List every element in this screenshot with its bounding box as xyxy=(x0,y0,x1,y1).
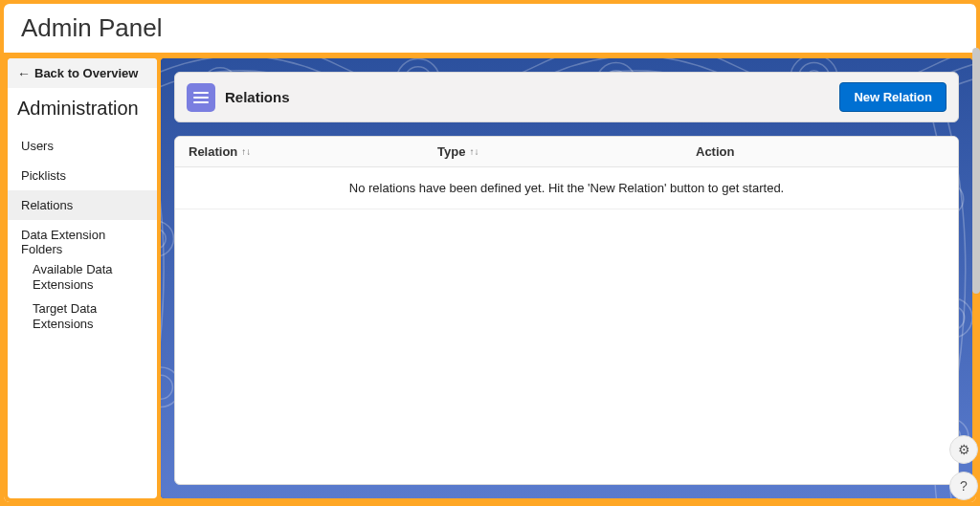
list-icon xyxy=(187,83,215,112)
column-header-type-label: Type xyxy=(437,144,465,159)
panel-header: Relations New Relation xyxy=(174,72,959,122)
sidebar-item-picklists[interactable]: Picklists xyxy=(8,161,157,190)
column-header-relation-label: Relation xyxy=(189,144,237,159)
panel-title: Relations xyxy=(225,89,830,105)
sidebar-item-relations[interactable]: Relations xyxy=(8,190,157,220)
column-header-type[interactable]: Type ↑↓ xyxy=(424,137,682,166)
sidebar-group-data-extension-folders: Data Extension Folders xyxy=(8,220,157,258)
gear-icon: ⚙ xyxy=(958,442,970,457)
sidebar-section-title: Administration xyxy=(8,88,157,131)
floating-actions: ⚙ ? xyxy=(949,435,978,500)
scrollbar-thumb[interactable] xyxy=(972,48,980,294)
arrow-left-icon: ← xyxy=(17,67,31,80)
new-relation-button[interactable]: New Relation xyxy=(839,82,947,112)
app-header: Admin Panel xyxy=(4,4,976,55)
settings-button[interactable]: ⚙ xyxy=(949,435,978,464)
sidebar: ← Back to Overview Administration Users … xyxy=(8,58,157,498)
page-title: Admin Panel xyxy=(21,13,959,43)
sort-icon: ↑↓ xyxy=(241,146,251,157)
page-scrollbar[interactable] xyxy=(972,48,980,458)
column-header-action: Action xyxy=(682,137,958,166)
back-link-label: Back to Overview xyxy=(34,66,138,80)
column-header-relation[interactable]: Relation ↑↓ xyxy=(175,137,424,166)
help-button[interactable]: ? xyxy=(949,472,978,500)
main-row: ← Back to Overview Administration Users … xyxy=(4,55,976,502)
app-shell: Admin Panel ← Back to Overview Administr… xyxy=(4,4,976,502)
help-icon: ? xyxy=(960,478,968,494)
sidebar-subitem-available-data-extensions[interactable]: Available Data Extensions xyxy=(8,258,157,297)
content-inner: Relations New Relation Relation ↑↓ Type … xyxy=(161,58,972,498)
relations-table-panel: Relation ↑↓ Type ↑↓ Action No relations … xyxy=(174,136,959,485)
sidebar-item-users[interactable]: Users xyxy=(8,131,157,161)
empty-state-message: No relations have been defined yet. Hit … xyxy=(175,167,958,209)
content-area: Relations New Relation Relation ↑↓ Type … xyxy=(161,58,972,498)
sort-icon: ↑↓ xyxy=(469,146,479,157)
sidebar-subitem-target-data-extensions[interactable]: Target Data Extensions xyxy=(8,297,157,337)
back-to-overview-link[interactable]: ← Back to Overview xyxy=(8,58,157,88)
table-header-row: Relation ↑↓ Type ↑↓ Action xyxy=(175,137,958,167)
column-header-action-label: Action xyxy=(696,144,734,159)
sidebar-nav: Users Picklists Relations Data Extension… xyxy=(8,131,157,336)
